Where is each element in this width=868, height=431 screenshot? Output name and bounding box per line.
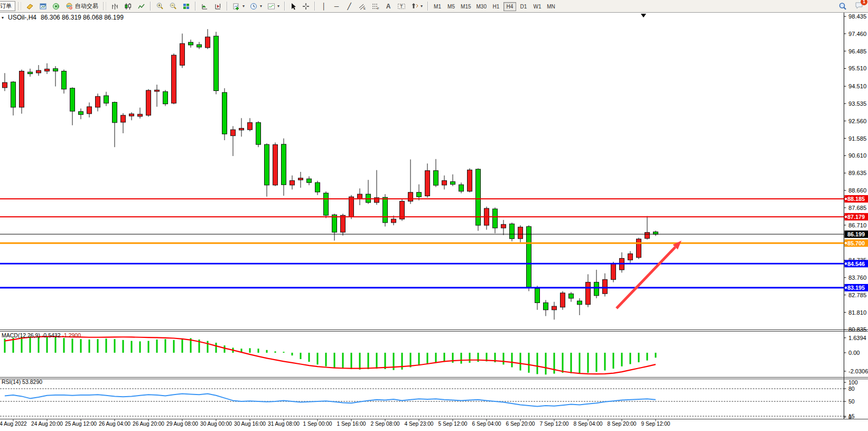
chart-ohlc-values: 86.306 86.319 86.068 86.199 <box>41 14 124 21</box>
price-axis-label: 83.760 <box>848 274 866 281</box>
price-tag-label: 83.195 <box>847 285 865 291</box>
fibonacci-button[interactable]: F <box>369 1 381 11</box>
bar-chart-button[interactable] <box>109 1 121 11</box>
scroll-marker-icon <box>641 14 646 17</box>
price-axis-label: 87.685 <box>848 205 866 211</box>
line-handle <box>845 198 847 200</box>
time-axis-label: 4 Sep 23:00 <box>405 421 434 427</box>
notifications-chat[interactable]: 1 <box>855 1 864 12</box>
macd-histogram-bar <box>410 353 412 368</box>
macd-histogram-bar <box>613 353 614 369</box>
chart-symbol-period: USOil-,H4 <box>8 14 36 21</box>
text-label-icon: T <box>397 3 406 10</box>
timeframe-m30[interactable]: M30 <box>474 2 489 11</box>
candle <box>518 227 523 239</box>
macd-histogram-bar <box>275 351 276 353</box>
new-order-button[interactable]: 订单 <box>0 1 15 11</box>
candle <box>408 192 413 201</box>
rsi-axis-label: 100 <box>848 379 858 386</box>
chart-shift-button[interactable] <box>212 1 224 11</box>
macd-histogram-bar <box>427 353 428 364</box>
macd-histogram-bar <box>63 338 65 353</box>
candle <box>231 130 236 135</box>
new-order-icon-button[interactable] <box>24 1 36 11</box>
macd-histogram-bar <box>368 353 369 369</box>
auto-scroll-button[interactable] <box>199 1 211 11</box>
zoom-in-button[interactable] <box>154 1 166 11</box>
timeframe-d1[interactable]: D1 <box>517 2 530 11</box>
macd-histogram-bar <box>207 341 209 353</box>
price-axis-label: 86.710 <box>848 222 866 228</box>
candle <box>298 178 303 180</box>
price-axis-label: 98.435 <box>848 13 866 20</box>
candle <box>206 37 210 48</box>
timeframe-mn[interactable]: MN <box>545 2 557 11</box>
candle <box>129 114 134 116</box>
macd-histogram-bar <box>621 353 623 366</box>
macd-histogram-bar <box>38 336 40 353</box>
new-chart-icon <box>232 3 240 10</box>
market-watch-button[interactable] <box>37 1 49 11</box>
timeframe-w1[interactable]: W1 <box>531 2 544 11</box>
periods-button[interactable]: ▾ <box>248 1 264 11</box>
chart-shift-icon <box>214 3 222 10</box>
shapes-arrows-button[interactable]: ▾ <box>409 1 425 11</box>
macd-histogram-bar <box>173 340 175 353</box>
candlestick-chart-button[interactable] <box>122 1 134 11</box>
line-handle <box>845 215 847 218</box>
cursor-button[interactable] <box>288 1 299 11</box>
new-chart-button[interactable]: ▾ <box>230 1 247 11</box>
time-axis-label: 7 Sep 12:00 <box>540 421 569 427</box>
toolbar-separator <box>314 2 315 11</box>
macd-histogram-bar <box>55 337 57 353</box>
candle <box>96 96 100 107</box>
candle <box>366 194 371 203</box>
toolbar-separator <box>284 2 285 11</box>
timeframe-m1[interactable]: M1 <box>431 2 444 11</box>
macd-axis-label: 0.00 <box>848 350 860 356</box>
candle <box>577 301 582 305</box>
macd-histogram-bar <box>46 337 48 353</box>
cursor-icon <box>290 3 297 10</box>
trend-arrow-shaft[interactable] <box>617 247 675 308</box>
time-axis-label: 9 Sep 12:00 <box>641 421 670 427</box>
macd-histogram-bar <box>655 353 657 357</box>
signals-button[interactable] <box>50 1 62 11</box>
search-button[interactable] <box>836 1 849 11</box>
macd-histogram-bar <box>520 353 521 371</box>
candle <box>307 179 312 182</box>
candle <box>535 288 540 302</box>
macd-histogram-bar <box>182 338 183 353</box>
vertical-line-button[interactable]: │ <box>318 1 330 11</box>
autotrading-button[interactable]: 自动交易 <box>63 1 100 11</box>
autotrading-icon <box>66 3 73 10</box>
candle <box>628 254 633 260</box>
zoom-out-button[interactable] <box>167 1 179 11</box>
rsi-name: RSI(14) <box>2 379 21 385</box>
timeframe-m15[interactable]: M15 <box>459 2 473 11</box>
crosshair-button[interactable] <box>300 1 312 11</box>
line-handle <box>845 242 847 244</box>
toolbar-separator <box>150 2 151 11</box>
candle <box>552 306 557 310</box>
macd-histogram-bar <box>435 353 437 362</box>
macd-histogram-bar <box>444 353 445 362</box>
timeframe-h1[interactable]: H1 <box>490 2 502 11</box>
trendline-button[interactable]: ╱ <box>343 1 355 11</box>
text-button[interactable]: A <box>382 1 394 11</box>
svg-text:E: E <box>363 7 366 10</box>
price-axis-label: 92.560 <box>848 118 866 124</box>
chart-canvas[interactable]: 98.43597.46096.48595.51094.51093.53592.5… <box>0 0 868 431</box>
horizontal-line-button[interactable]: ─ <box>331 1 342 11</box>
macd-histogram-bar <box>72 338 73 353</box>
timeframe-h4[interactable]: H4 <box>503 2 516 11</box>
line-chart-button[interactable] <box>135 1 147 11</box>
macd-histogram-bar <box>342 353 344 369</box>
text-label-button[interactable]: T <box>395 1 408 11</box>
tile-windows-button[interactable] <box>180 1 192 11</box>
indicators-button[interactable]: ▾ <box>265 1 282 11</box>
timeframe-m5[interactable]: M5 <box>445 2 458 11</box>
equidistant-channel-button[interactable]: E <box>356 1 368 11</box>
macd-histogram-bar <box>545 353 547 374</box>
macd-histogram-bar <box>266 350 268 353</box>
